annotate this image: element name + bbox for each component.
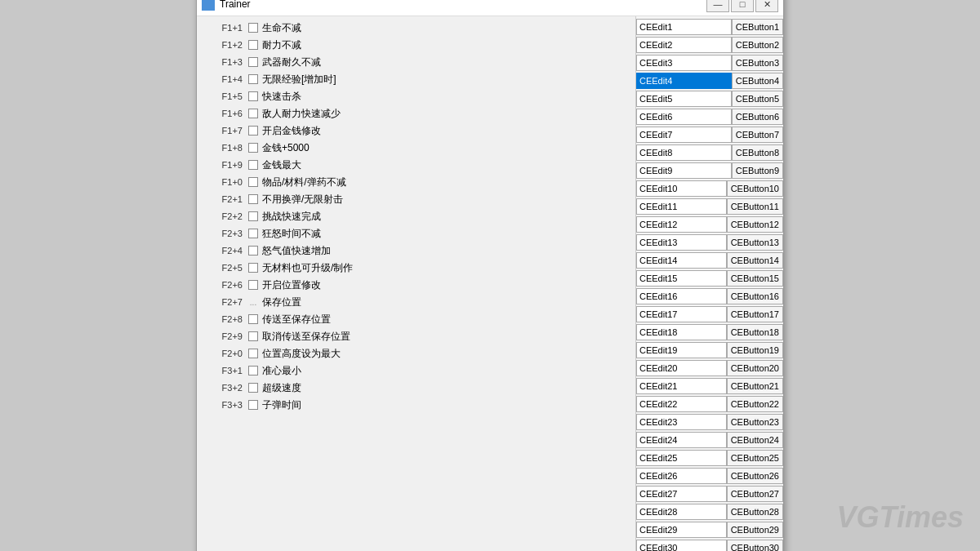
window-controls: — □ ✕ <box>706 0 778 12</box>
ce-button[interactable]: CEButton2 <box>732 37 783 53</box>
cheat-row: F1+1生命不减 <box>203 20 629 37</box>
ce-button[interactable]: CEButton5 <box>732 91 783 107</box>
cheat-checkbox[interactable] <box>248 314 258 324</box>
ce-button[interactable]: CEButton13 <box>727 234 783 251</box>
ce-edit-field[interactable]: CEEdit4 <box>636 73 732 89</box>
checkbox-area <box>246 383 261 393</box>
ce-button[interactable]: CEButton28 <box>727 504 783 520</box>
cheat-checkbox[interactable] <box>248 211 258 221</box>
ce-edit-field[interactable]: CEEdit17 <box>636 306 727 322</box>
close-button[interactable]: ✕ <box>755 0 778 12</box>
ce-edit-field[interactable]: CEEdit1 <box>636 19 732 35</box>
cheat-checkbox[interactable] <box>248 160 258 170</box>
cheat-row: F2+7...保存位置 <box>203 294 629 311</box>
ce-edit-field[interactable]: CEEdit10 <box>636 180 727 197</box>
ce-button[interactable]: CEButton14 <box>727 252 783 269</box>
hotkey-label: F3+2 <box>203 383 243 393</box>
cheat-checkbox[interactable] <box>248 246 258 256</box>
cheat-checkbox[interactable] <box>248 383 258 393</box>
ce-button[interactable]: CEButton23 <box>727 414 783 430</box>
window-icon <box>202 0 215 11</box>
cheat-checkbox[interactable] <box>248 263 258 273</box>
ce-edit-field[interactable]: CEEdit8 <box>636 144 732 161</box>
ce-button[interactable]: CEButton4 <box>732 73 783 89</box>
ce-button[interactable]: CEButton15 <box>727 270 783 287</box>
ce-edit-field[interactable]: CEEdit22 <box>636 396 727 412</box>
ce-edit-field[interactable]: CEEdit7 <box>636 127 732 143</box>
hotkey-label: F2+7 <box>203 297 243 307</box>
ce-button[interactable]: CEButton25 <box>727 450 783 466</box>
cheat-checkbox[interactable] <box>248 349 258 358</box>
ce-edit-field[interactable]: CEEdit27 <box>636 486 727 502</box>
ce-edit-field[interactable]: CEEdit21 <box>636 378 727 394</box>
ce-edit-field[interactable]: CEEdit9 <box>636 162 732 179</box>
ce-button[interactable]: CEButton17 <box>727 306 783 322</box>
cheat-checkbox[interactable] <box>248 91 258 101</box>
ce-button[interactable]: CEButton29 <box>727 522 783 538</box>
ce-edit-field[interactable]: CEEdit30 <box>636 540 727 552</box>
ce-edit-field[interactable]: CEEdit20 <box>636 360 727 376</box>
cheat-checkbox[interactable] <box>248 331 258 341</box>
ce-button[interactable]: CEButton10 <box>727 180 783 197</box>
ce-edit-field[interactable]: CEEdit15 <box>636 270 727 287</box>
cheat-checkbox[interactable] <box>248 143 258 153</box>
minimize-button[interactable]: — <box>706 0 729 12</box>
ce-button[interactable]: CEButton24 <box>727 432 783 448</box>
cheat-checkbox[interactable] <box>248 23 258 33</box>
ce-button[interactable]: CEButton21 <box>727 378 783 394</box>
ce-edit-field[interactable]: CEEdit16 <box>636 288 727 304</box>
ce-button[interactable]: CEButton22 <box>727 396 783 412</box>
ce-edit-field[interactable]: CEEdit11 <box>636 198 727 215</box>
ce-edit-field[interactable]: CEEdit25 <box>636 450 727 466</box>
ce-button[interactable]: CEButton30 <box>727 540 783 552</box>
ce-edit-field[interactable]: CEEdit18 <box>636 324 727 340</box>
cheat-row: F2+2挑战快速完成 <box>203 208 629 225</box>
ce-edit-field[interactable]: CEEdit2 <box>636 37 732 53</box>
cheat-checkbox[interactable] <box>248 177 258 187</box>
ce-button[interactable]: CEButton9 <box>732 162 783 179</box>
hotkey-label: F2+3 <box>203 229 243 238</box>
ce-edit-field[interactable]: CEEdit3 <box>636 55 732 71</box>
ce-button[interactable]: CEButton19 <box>727 342 783 358</box>
window-body: F1+1生命不减F1+2耐力不减F1+3武器耐久不减F1+4无限经验[增加时]F… <box>197 16 783 552</box>
ce-button[interactable]: CEButton20 <box>727 360 783 376</box>
cheat-checkbox[interactable] <box>248 40 258 50</box>
cheat-checkbox[interactable] <box>248 109 258 118</box>
cheat-checkbox[interactable] <box>248 194 258 204</box>
ce-row: CEEdit5CEButton5 <box>636 90 783 108</box>
ce-edit-field[interactable]: CEEdit14 <box>636 252 727 269</box>
ce-edit-field[interactable]: CEEdit19 <box>636 342 727 358</box>
ce-edit-field[interactable]: CEEdit23 <box>636 414 727 430</box>
ce-button[interactable]: CEButton7 <box>732 127 783 143</box>
ce-button[interactable]: CEButton27 <box>727 486 783 502</box>
cheat-checkbox[interactable] <box>248 400 258 410</box>
ce-edit-field[interactable]: CEEdit28 <box>636 504 727 520</box>
ce-edit-field[interactable]: CEEdit13 <box>636 234 727 251</box>
cheat-checkbox[interactable] <box>248 126 258 136</box>
ce-edit-field[interactable]: CEEdit6 <box>636 109 732 125</box>
ce-button[interactable]: CEButton18 <box>727 324 783 340</box>
ce-button[interactable]: CEButton1 <box>732 19 783 35</box>
ce-button[interactable]: CEButton3 <box>732 55 783 71</box>
ce-edit-field[interactable]: CEEdit24 <box>636 432 727 448</box>
cheat-checkbox[interactable] <box>248 280 258 290</box>
cheat-label: 挑战快速完成 <box>262 210 321 224</box>
ce-row: CEEdit7CEButton7 <box>636 126 783 144</box>
cheat-checkbox[interactable] <box>248 74 258 84</box>
ce-edit-field[interactable]: CEEdit29 <box>636 522 727 538</box>
ce-edit-field[interactable]: CEEdit5 <box>636 91 732 107</box>
ce-edit-field[interactable]: CEEdit26 <box>636 468 727 484</box>
ce-button[interactable]: CEButton26 <box>727 468 783 484</box>
cheat-checkbox[interactable] <box>248 366 258 375</box>
ce-button[interactable]: CEButton12 <box>727 216 783 233</box>
ce-row: CEEdit24CEButton24 <box>636 431 783 449</box>
ce-button[interactable]: CEButton6 <box>732 109 783 125</box>
ce-button[interactable]: CEButton8 <box>732 144 783 161</box>
maximize-button[interactable]: □ <box>731 0 754 12</box>
ce-button[interactable]: CEButton16 <box>727 288 783 304</box>
cheat-checkbox[interactable] <box>248 229 258 238</box>
cheat-checkbox[interactable] <box>248 57 258 67</box>
ce-edit-field[interactable]: CEEdit12 <box>636 216 727 233</box>
ce-button[interactable]: CEButton11 <box>727 198 783 215</box>
ce-row: CEEdit1CEButton1 <box>636 18 783 36</box>
